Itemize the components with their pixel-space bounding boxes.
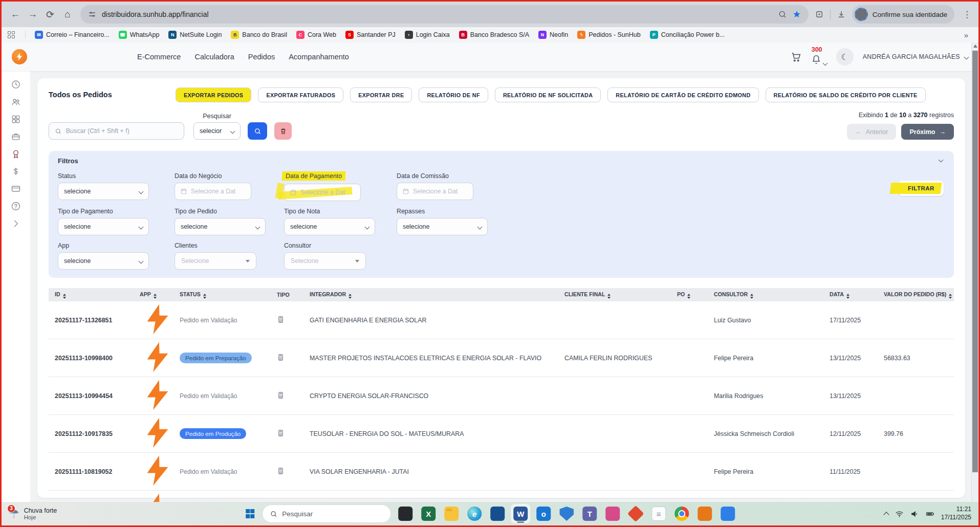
taskbar-app-notepad[interactable]: ≡ bbox=[649, 504, 668, 523]
order-id[interactable]: 20251111-10819052 bbox=[49, 453, 136, 491]
table-row[interactable]: 20251112-10917835Pedido em ProduçãoTEUSO… bbox=[49, 415, 954, 453]
sidebar-expand-icon[interactable] bbox=[11, 218, 21, 229]
filter-data-negocio-input[interactable]: Selecione a Dat bbox=[175, 183, 251, 200]
dark-mode-toggle[interactable]: ☾ bbox=[836, 48, 854, 65]
taskbar-app-teams[interactable]: T bbox=[580, 504, 599, 523]
filter-tipo-nota-select[interactable]: selecione bbox=[284, 218, 375, 235]
sidebar-cards-icon[interactable] bbox=[11, 184, 21, 194]
taskbar-app-remote[interactable] bbox=[488, 504, 507, 523]
sidebar-business-icon[interactable] bbox=[11, 131, 21, 142]
bookmark-item[interactable]: B Banco do Brasil bbox=[231, 31, 287, 39]
bookmark-star-icon[interactable] bbox=[792, 10, 801, 19]
filter-status-select[interactable]: selecione bbox=[58, 183, 149, 200]
filter-data-comissao-input[interactable]: Selecione a Dat bbox=[397, 183, 473, 200]
filter-app-select[interactable]: selecione bbox=[58, 252, 149, 270]
column-header-integrador[interactable]: INTEGRADOR bbox=[306, 288, 560, 301]
taskbar-app-app-red[interactable] bbox=[626, 504, 645, 523]
table-row[interactable]: 20251111-10819052Pedido em ValidaçãoVIA … bbox=[49, 453, 954, 491]
column-header-app[interactable]: APP bbox=[136, 288, 176, 301]
sidebar-finance-icon[interactable] bbox=[11, 166, 21, 177]
next-page-button[interactable]: Próximo→ bbox=[901, 124, 954, 140]
taskbar-app-paint[interactable] bbox=[603, 504, 622, 523]
filter-consultor-select[interactable]: Selecione bbox=[284, 252, 366, 270]
sidebar-modules-icon[interactable] bbox=[11, 114, 21, 124]
bookmark-item[interactable]: ☎ WhatsApp bbox=[119, 31, 160, 39]
search-box[interactable] bbox=[49, 122, 184, 140]
notifications-button[interactable]: 300 bbox=[811, 49, 827, 65]
weather-widget[interactable]: ☂3 Chuva forte Hoje bbox=[9, 507, 57, 520]
browser-menu-icon[interactable]: ⋮ bbox=[961, 9, 973, 20]
start-button[interactable] bbox=[243, 506, 258, 521]
bookmark-item[interactable]: P Conciliação Power b... bbox=[650, 31, 725, 39]
extensions-icon[interactable] bbox=[815, 10, 824, 19]
taskbar-app-app-orange[interactable] bbox=[695, 504, 714, 523]
export-button-3[interactable]: RELATÓRIO DE NF bbox=[419, 87, 488, 102]
filtrar-button[interactable]: FILTRAR bbox=[899, 181, 944, 196]
downloads-icon[interactable] bbox=[837, 10, 846, 19]
bookmark-item[interactable]: S Santander PJ bbox=[345, 31, 396, 39]
order-id[interactable]: 20251113-10994454 bbox=[49, 377, 136, 415]
sunhub-logo[interactable] bbox=[12, 49, 27, 64]
taskbar-app-security[interactable] bbox=[557, 504, 576, 523]
filter-repasses-select[interactable]: selecione bbox=[397, 218, 488, 235]
column-header-consultor[interactable]: CONSULTOR bbox=[710, 288, 825, 301]
bookmark-item[interactable]: B Banco Bradesco S/A bbox=[459, 31, 529, 39]
order-id[interactable]: 20251111-10801304 bbox=[49, 491, 136, 502]
export-button-6[interactable]: RELATÓRIO DE SALDO DE CRÉDITO POR CLIENT… bbox=[766, 87, 926, 102]
column-header-valor-do-pedido-r-[interactable]: VALOR DO PEDIDO (R$) bbox=[880, 288, 954, 301]
filter-tipo-pagamento-select[interactable]: selecione bbox=[58, 218, 149, 235]
filter-data-pagamento-input[interactable]: Selecione a Dat bbox=[284, 184, 361, 201]
bookmark-item[interactable]: N Neofin bbox=[538, 31, 568, 39]
order-id[interactable]: 20251112-10917835 bbox=[49, 415, 136, 453]
nav-item-acompanhamento[interactable]: Acompanhamento bbox=[289, 53, 349, 61]
wifi-icon[interactable] bbox=[895, 510, 904, 518]
previous-page-button[interactable]: ←Anterior bbox=[847, 124, 896, 140]
nav-item-pedidos[interactable]: Pedidos bbox=[248, 53, 275, 61]
bookmark-item[interactable]: ϟ Pedidos - SunHub bbox=[577, 31, 640, 39]
bookmark-item[interactable]: ✉ Correio – Financeiro... bbox=[35, 31, 110, 39]
export-button-0[interactable]: EXPORTAR PEDIDOS bbox=[176, 87, 251, 102]
column-header-status[interactable]: STATUS bbox=[176, 288, 273, 301]
bookmark-item[interactable]: N NetSuite Login bbox=[168, 31, 222, 39]
address-bar[interactable]: distribuidora.sunhub.app/financial bbox=[80, 5, 809, 24]
export-button-5[interactable]: RELATÓRIO DE CARTÃO DE CRÉDITO EDMOND bbox=[607, 87, 758, 102]
apps-grid-icon[interactable] bbox=[8, 31, 15, 38]
table-row[interactable]: 20251111-10801304Aguardando PagamentoEDI… bbox=[49, 491, 954, 502]
export-button-1[interactable]: EXPORTAR FATURADOS bbox=[258, 87, 343, 102]
filter-clientes-select[interactable]: Selecione bbox=[175, 252, 256, 270]
column-header-cliente-final[interactable]: CLIENTE FINAL bbox=[560, 288, 673, 301]
order-id[interactable]: 20251113-10998400 bbox=[49, 339, 136, 377]
taskbar-app-chrome[interactable] bbox=[672, 504, 691, 523]
bookmarks-overflow-icon[interactable]: » bbox=[964, 31, 972, 39]
scrollbar-thumb[interactable] bbox=[972, 51, 978, 472]
order-id[interactable]: 20251117-11326851 bbox=[49, 301, 136, 339]
scroll-up-icon[interactable] bbox=[973, 45, 977, 48]
tray-overflow-icon[interactable] bbox=[883, 512, 889, 517]
user-menu[interactable]: ANDRÉA GARCIA MAGALHÃES bbox=[863, 53, 968, 60]
bookmark-item[interactable]: C Cora Web bbox=[296, 31, 336, 39]
filter-tipo-pedido-select[interactable]: selecione bbox=[175, 218, 266, 235]
sidebar-users-icon[interactable] bbox=[11, 97, 21, 107]
forward-icon[interactable]: → bbox=[24, 6, 41, 23]
profile-button[interactable]: Confirme sua identidade bbox=[852, 5, 954, 24]
home-icon[interactable]: ⌂ bbox=[59, 6, 76, 23]
search-page-icon[interactable] bbox=[778, 10, 787, 19]
taskbar-app-photos[interactable] bbox=[718, 504, 737, 523]
column-header-po[interactable]: PO bbox=[673, 288, 710, 301]
search-submit-button[interactable] bbox=[248, 122, 267, 140]
taskbar-app-excel[interactable]: X bbox=[419, 504, 438, 523]
taskbar-app-explorer[interactable] bbox=[442, 504, 461, 523]
scrollbar[interactable] bbox=[971, 42, 978, 502]
taskbar-app-console[interactable] bbox=[396, 504, 415, 523]
volume-icon[interactable] bbox=[910, 510, 919, 518]
clear-search-button[interactable] bbox=[274, 122, 292, 140]
reload-icon[interactable]: ⟳ bbox=[41, 6, 59, 23]
nav-item-calculadora[interactable]: Calculadora bbox=[194, 53, 234, 61]
sidebar-help-icon[interactable] bbox=[11, 201, 21, 211]
taskbar-search[interactable]: Pesquisar bbox=[262, 504, 391, 523]
column-header-id[interactable]: ID bbox=[49, 288, 136, 301]
site-info-icon[interactable] bbox=[88, 10, 97, 19]
cart-icon[interactable] bbox=[790, 51, 801, 62]
battery-icon[interactable] bbox=[926, 510, 934, 518]
taskbar-app-edge[interactable]: e bbox=[465, 504, 484, 523]
